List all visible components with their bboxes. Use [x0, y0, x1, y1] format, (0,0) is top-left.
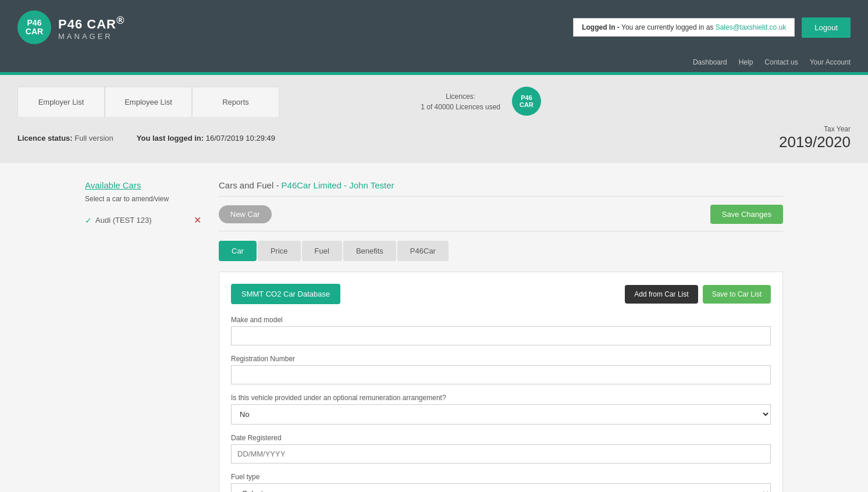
tab-employee-list[interactable]: Employee List — [105, 87, 192, 117]
make-model-input[interactable] — [231, 326, 771, 345]
car-label: Audi (TEST 123) — [95, 216, 152, 224]
fuel-type-select[interactable]: -Select- Petrol Diesel Electric Hybrid — [231, 483, 771, 492]
delete-car-icon[interactable]: ✕ — [194, 215, 201, 226]
sidebar-subtitle: Select a car to amend/view — [85, 195, 201, 203]
car-list-item[interactable]: ✓ Audi (TEST 123) ✕ — [85, 212, 201, 228]
tax-year-value: 2019/2020 — [779, 133, 851, 151]
licence-status: Licence status: Full version — [17, 134, 113, 142]
last-logged-label: You last logged in: — [137, 134, 204, 142]
nav-contact-us[interactable]: Contact us — [764, 58, 798, 66]
licence-status-label: Licence status: — [17, 134, 73, 142]
remuneration-label: Is this vehicle provided under an option… — [231, 394, 771, 402]
last-logged-value: 16/07/2019 10:29:49 — [206, 134, 275, 142]
logo-icon: P46 CAR — [17, 10, 51, 44]
licence-info-bar: Licence status: Full version You last lo… — [0, 117, 868, 163]
check-icon: ✓ — [85, 216, 92, 225]
tab-employer-list[interactable]: Employer List — [17, 87, 105, 117]
fuel-type-label: Fuel type — [231, 473, 771, 481]
main-content: Available Cars Select a car to amend/vie… — [0, 163, 868, 492]
right-panel: Cars and Fuel - P46Car Limited - John Te… — [219, 180, 783, 492]
form-section: SMMT CO2 Car Database Add from Car List … — [219, 272, 783, 492]
nav-links: Dashboard Help Contact us Your Account — [0, 55, 868, 72]
top-header: P46 CAR P46 CAR® MANAGER Logged In - You… — [0, 0, 868, 55]
licences-used: 1 of 40000 Licences used — [421, 103, 500, 111]
licences-label: Licences: — [446, 92, 475, 101]
logout-button[interactable]: Logout — [802, 17, 851, 38]
make-model-label: Make and model — [231, 316, 771, 324]
tab-reports[interactable]: Reports — [192, 87, 279, 117]
date-registered-label: Date Registered — [231, 434, 771, 442]
panel-title-prefix: Cars and Fuel - — [219, 180, 282, 190]
nav-your-account[interactable]: Your Account — [810, 58, 851, 66]
company-name: P46Car Limited - John Tester — [282, 180, 394, 190]
tax-year-label: Tax Year — [779, 125, 851, 133]
login-message: You are currently logged in as — [621, 23, 713, 31]
remuneration-select[interactable]: No Yes — [231, 404, 771, 425]
p46-badge: P46 CAR — [512, 87, 541, 116]
logo-area: P46 CAR P46 CAR® MANAGER — [17, 10, 124, 44]
tax-year-block: Tax Year 2019/2020 — [779, 125, 851, 151]
app-subtitle: MANAGER — [58, 32, 124, 41]
db-buttons: SMMT CO2 Car Database Add from Car List … — [231, 284, 771, 304]
registration-group: Registration Number — [231, 355, 771, 384]
login-email: Sales@taxshield.co.uk — [716, 23, 787, 31]
action-bar: New Car Save Changes — [219, 205, 783, 231]
db-right-buttons: Add from Car List Save to Car List — [625, 285, 771, 304]
form-tab-p46car[interactable]: P46Car — [397, 241, 449, 261]
tab-bar: Employer List Employee List Reports Lice… — [17, 87, 541, 117]
content-layout: Available Cars Select a car to amend/vie… — [85, 180, 783, 492]
logged-in-label: Logged In - — [582, 23, 620, 31]
car-name: ✓ Audi (TEST 123) — [85, 216, 152, 225]
form-tab-benefits[interactable]: Benefits — [343, 241, 396, 261]
licence-status-value: Full version — [74, 134, 113, 142]
login-area: Logged In - You are currently logged in … — [573, 17, 851, 38]
sidebar: Available Cars Select a car to amend/vie… — [85, 180, 201, 492]
logo-text: P46 CAR® MANAGER — [58, 14, 124, 41]
login-status-box: Logged In - You are currently logged in … — [573, 18, 795, 37]
smmt-button[interactable]: SMMT CO2 Car Database — [231, 284, 340, 304]
last-logged: You last logged in: 16/07/2019 10:29:49 — [137, 134, 275, 142]
registration-label: Registration Number — [231, 355, 771, 363]
new-car-button[interactable]: New Car — [219, 205, 272, 223]
date-registered-input[interactable] — [231, 444, 771, 464]
nav-dashboard[interactable]: Dashboard — [693, 58, 727, 66]
panel-title: Cars and Fuel - P46Car Limited - John Te… — [219, 180, 783, 197]
tab-bar-section: Employer List Employee List Reports Lice… — [0, 75, 868, 117]
make-model-group: Make and model — [231, 316, 771, 345]
nav-help[interactable]: Help — [739, 58, 753, 66]
form-tab-fuel[interactable]: Fuel — [302, 241, 342, 261]
save-changes-button[interactable]: Save Changes — [710, 205, 783, 224]
date-registered-group: Date Registered — [231, 434, 771, 464]
remuneration-group: Is this vehicle provided under an option… — [231, 394, 771, 425]
form-tab-price[interactable]: Price — [258, 241, 301, 261]
form-tab-car[interactable]: Car — [219, 241, 257, 261]
available-cars-title[interactable]: Available Cars — [85, 180, 201, 190]
fuel-type-group: Fuel type -Select- Petrol Diesel Electri… — [231, 473, 771, 492]
app-name: P46 CAR® — [58, 14, 124, 32]
add-from-car-list-button[interactable]: Add from Car List — [625, 285, 698, 304]
licences-info: Licences: 1 of 40000 Licences used — [409, 87, 512, 117]
form-tab-strip: Car Price Fuel Benefits P46Car — [219, 241, 783, 261]
save-to-car-list-button[interactable]: Save to Car List — [703, 285, 771, 304]
registration-input[interactable] — [231, 365, 771, 384]
